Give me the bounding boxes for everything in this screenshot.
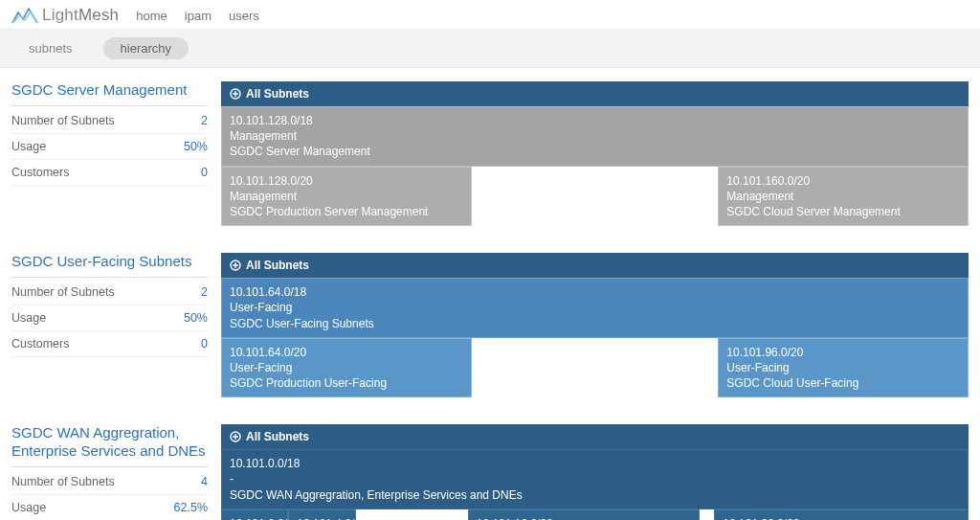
stat-label: Customers xyxy=(11,337,69,350)
section-title[interactable]: SGDC WAN Aggregration, Enterprise Servic… xyxy=(11,424,208,467)
stat-label: Number of Subnets xyxy=(11,114,115,127)
stat-label: Customers xyxy=(11,166,69,179)
stat-value[interactable]: 0 xyxy=(201,337,208,350)
stat-value[interactable]: 0 xyxy=(201,166,208,179)
stat-row-customers: Customers 0 xyxy=(11,331,208,357)
subnet-cidr: 10.101.0.0/22 xyxy=(230,516,279,520)
stat-value[interactable]: 50% xyxy=(184,311,208,325)
stat-label: Number of Subnets xyxy=(11,475,115,488)
subnet-gap xyxy=(472,338,719,398)
subnet-block-child[interactable]: 10.101.96.0/20 User-Facing SGDC Cloud Us… xyxy=(718,338,969,398)
subnet-cidr: 10.101.128.0/18 xyxy=(230,113,960,128)
subnet-zone: Management xyxy=(230,128,960,144)
hierarchy-panel: All Subnets 10.101.0.0/18 - SGDC WAN Agg… xyxy=(221,424,969,520)
stat-value[interactable]: 2 xyxy=(201,114,208,127)
topbar: LightMesh home ipam users xyxy=(0,0,980,30)
stat-label: Usage xyxy=(11,140,46,153)
section-sgdc-server-mgmt: SGDC Server Management Number of Subnets… xyxy=(11,81,969,226)
section-sidebar: SGDC WAN Aggregration, Enterprise Servic… xyxy=(11,424,208,520)
stat-row-subnets: Number of Subnets 2 xyxy=(11,108,208,134)
subnet-block-child[interactable]: 10.101.0.0/22 - SGDC WAN A xyxy=(221,509,288,520)
subnet-block-parent[interactable]: 10.101.0.0/18 - SGDC WAN Aggregration, E… xyxy=(221,449,969,509)
section-sidebar: SGDC Server Management Number of Subnets… xyxy=(11,81,208,226)
subnet-name: SGDC Cloud Server Management xyxy=(726,204,960,219)
content: SGDC Server Management Number of Subnets… xyxy=(0,68,980,520)
stat-row-usage: Usage 62.5% xyxy=(11,495,208,520)
subnet-name: SGDC Cloud User-Facing xyxy=(726,375,960,391)
stat-row-usage: Usage 50% xyxy=(11,134,208,160)
subnet-name: SGDC Production Server Management xyxy=(230,204,463,219)
subnet-block-child[interactable]: 10.101.64.0/20 User-Facing SGDC Producti… xyxy=(221,338,472,398)
hierarchy-panel: All Subnets 10.101.64.0/18 User-Facing S… xyxy=(221,253,969,397)
subnet-zone: User-Facing xyxy=(230,360,463,375)
subnet-block-parent[interactable]: 10.101.64.0/18 User-Facing SGDC User-Fac… xyxy=(221,278,969,338)
stat-label: Number of Subnets xyxy=(11,285,115,299)
subnet-cidr: 10.101.160.0/20 xyxy=(726,173,960,189)
section-sgdc-user-facing: SGDC User-Facing Subnets Number of Subne… xyxy=(11,253,969,397)
stat-value[interactable]: 50% xyxy=(184,140,208,153)
all-subnets-label: All Subnets xyxy=(246,259,309,272)
stat-value[interactable]: 62.5% xyxy=(174,501,208,514)
subnet-zone: - xyxy=(230,471,960,486)
all-subnets-label: All Subnets xyxy=(246,87,309,101)
nav-home[interactable]: home xyxy=(136,9,167,23)
subnet-block-child[interactable]: 10.101.16.0/20 - SGDC DNEs (UF, Mgmt, Bk… xyxy=(468,509,700,520)
subnet-cidr: 10.101.32.0/20 xyxy=(723,516,960,520)
nav-ipam[interactable]: ipam xyxy=(185,9,212,23)
section-title[interactable]: SGDC Server Management xyxy=(11,81,208,106)
all-subnets-header[interactable]: All Subnets xyxy=(221,81,969,106)
section-title[interactable]: SGDC User-Facing Subnets xyxy=(11,253,208,278)
logo[interactable]: LightMesh xyxy=(11,6,119,25)
stat-label: Usage xyxy=(11,311,46,325)
stat-row-subnets: Number of Subnets 2 xyxy=(11,280,208,305)
section-sidebar: SGDC User-Facing Subnets Number of Subne… xyxy=(11,253,208,397)
subnet-block-child[interactable]: 10.101.4.0/22 - SGDC Enter... xyxy=(288,509,355,520)
stat-value[interactable]: 4 xyxy=(201,475,208,488)
nav-users[interactable]: users xyxy=(229,9,259,23)
all-subnets-label: All Subnets xyxy=(246,430,309,443)
subnet-block-child[interactable]: 10.101.128.0/20 Management SGDC Producti… xyxy=(221,167,472,227)
subnet-children-row: 10.101.128.0/20 Management SGDC Producti… xyxy=(221,167,969,227)
subnet-children-row: 10.101.0.0/22 - SGDC WAN A 10.101.4.0/22… xyxy=(221,509,969,520)
plus-circle-icon xyxy=(230,88,241,100)
tab-hierarchy[interactable]: hierarchy xyxy=(103,37,189,59)
subnet-children-row: 10.101.64.0/20 User-Facing SGDC Producti… xyxy=(221,338,969,398)
subnet-cidr: 10.101.0.0/18 xyxy=(230,456,960,471)
logo-text: LightMesh xyxy=(42,6,119,25)
logo-icon xyxy=(11,7,38,24)
stat-value[interactable]: 2 xyxy=(201,285,208,299)
subnet-cidr: 10.101.4.0/22 xyxy=(297,516,346,520)
all-subnets-header[interactable]: All Subnets xyxy=(221,424,969,449)
subnet-name: SGDC Production User-Facing xyxy=(230,375,463,391)
subnet-cidr: 10.101.64.0/20 xyxy=(230,345,463,360)
subnet-cidr: 10.101.128.0/20 xyxy=(230,173,463,189)
subnet-zone: Management xyxy=(726,189,960,204)
subnet-zone: User-Facing xyxy=(726,360,960,375)
stat-row-customers: Customers 0 xyxy=(11,160,208,186)
stat-row-subnets: Number of Subnets 4 xyxy=(11,469,208,495)
subnet-name: SGDC WAN Aggregration, Enterprise Servic… xyxy=(230,487,960,503)
section-sgdc-wan: SGDC WAN Aggregration, Enterprise Servic… xyxy=(11,424,969,520)
all-subnets-header[interactable]: All Subnets xyxy=(221,253,969,278)
tab-subnets[interactable]: subnets xyxy=(11,37,90,59)
subnet-cidr: 10.101.16.0/20 xyxy=(477,516,691,520)
subnet-gap xyxy=(700,509,715,520)
subnet-gap xyxy=(472,167,719,227)
subnet-zone: Management xyxy=(230,189,463,204)
tabs-bar: subnets hierarchy xyxy=(0,30,980,68)
subnet-gap xyxy=(356,509,468,520)
plus-circle-icon xyxy=(230,260,241,271)
subnet-zone: User-Facing xyxy=(230,300,960,315)
hierarchy-panel: All Subnets 10.101.128.0/18 Management S… xyxy=(221,81,969,226)
subnet-name: SGDC User-Facing Subnets xyxy=(230,316,960,331)
subnet-block-child[interactable]: 10.101.160.0/20 Management SGDC Cloud Se… xyxy=(718,167,969,227)
plus-circle-icon xyxy=(230,431,241,442)
primary-nav: home ipam users xyxy=(136,9,259,23)
subnet-block-child[interactable]: 10.101.32.0/20 - - xyxy=(714,509,969,520)
stat-row-usage: Usage 50% xyxy=(11,305,208,331)
stat-label: Usage xyxy=(11,501,46,514)
subnet-name: SGDC Server Management xyxy=(230,144,960,159)
subnet-cidr: 10.101.96.0/20 xyxy=(726,345,960,360)
subnet-block-parent[interactable]: 10.101.128.0/18 Management SGDC Server M… xyxy=(221,106,969,167)
subnet-cidr: 10.101.64.0/18 xyxy=(230,284,960,300)
